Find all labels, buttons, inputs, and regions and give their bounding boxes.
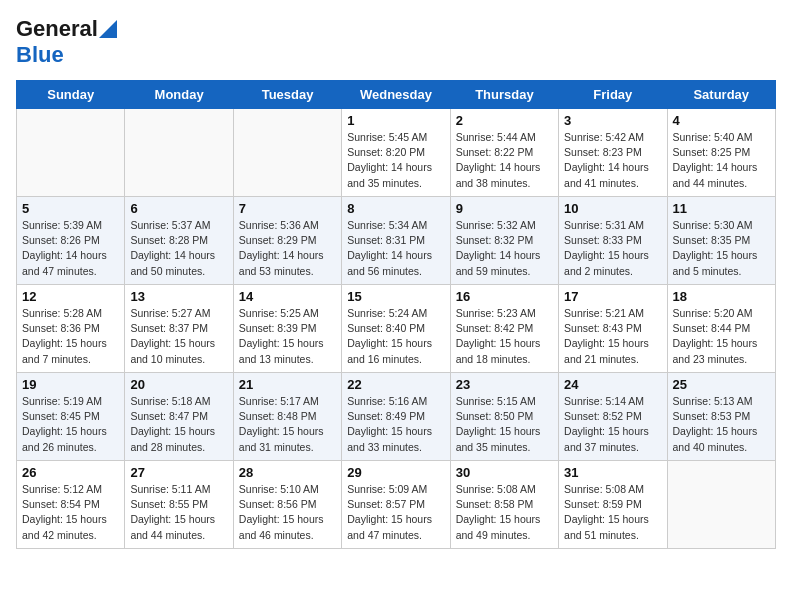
- cell-info-line: Sunrise: 5:18 AM: [130, 394, 227, 409]
- cell-info-line: Daylight: 15 hours: [564, 336, 661, 351]
- day-number: 21: [239, 377, 336, 392]
- cell-info-line: and 50 minutes.: [130, 264, 227, 279]
- day-number: 11: [673, 201, 770, 216]
- calendar-cell: [667, 461, 775, 549]
- cell-info-line: Sunrise: 5:28 AM: [22, 306, 119, 321]
- cell-info-line: Sunrise: 5:44 AM: [456, 130, 553, 145]
- cell-info-line: Sunrise: 5:40 AM: [673, 130, 770, 145]
- cell-info-line: Daylight: 14 hours: [22, 248, 119, 263]
- cell-info-line: Daylight: 14 hours: [673, 160, 770, 175]
- cell-info-line: Sunrise: 5:16 AM: [347, 394, 444, 409]
- cell-info-line: Daylight: 14 hours: [239, 248, 336, 263]
- cell-info-line: and 49 minutes.: [456, 528, 553, 543]
- calendar-cell: [17, 109, 125, 197]
- calendar-cell: [125, 109, 233, 197]
- cell-info-line: Sunset: 8:23 PM: [564, 145, 661, 160]
- cell-info-line: and 13 minutes.: [239, 352, 336, 367]
- calendar-cell: 5Sunrise: 5:39 AMSunset: 8:26 PMDaylight…: [17, 197, 125, 285]
- day-number: 16: [456, 289, 553, 304]
- calendar-cell: 21Sunrise: 5:17 AMSunset: 8:48 PMDayligh…: [233, 373, 341, 461]
- calendar-cell: 29Sunrise: 5:09 AMSunset: 8:57 PMDayligh…: [342, 461, 450, 549]
- cell-info-line: and 46 minutes.: [239, 528, 336, 543]
- cell-info-line: Sunrise: 5:31 AM: [564, 218, 661, 233]
- cell-info-line: Daylight: 15 hours: [564, 512, 661, 527]
- cell-info-line: Sunrise: 5:25 AM: [239, 306, 336, 321]
- weekday-header-monday: Monday: [125, 81, 233, 109]
- cell-info-line: and 31 minutes.: [239, 440, 336, 455]
- calendar-cell: 10Sunrise: 5:31 AMSunset: 8:33 PMDayligh…: [559, 197, 667, 285]
- logo-general: General: [16, 16, 98, 42]
- calendar-week-row: 12Sunrise: 5:28 AMSunset: 8:36 PMDayligh…: [17, 285, 776, 373]
- day-number: 14: [239, 289, 336, 304]
- day-number: 8: [347, 201, 444, 216]
- weekday-header-tuesday: Tuesday: [233, 81, 341, 109]
- day-number: 19: [22, 377, 119, 392]
- day-number: 24: [564, 377, 661, 392]
- cell-info-line: Sunrise: 5:30 AM: [673, 218, 770, 233]
- day-number: 22: [347, 377, 444, 392]
- cell-info-line: and 47 minutes.: [347, 528, 444, 543]
- calendar-week-row: 5Sunrise: 5:39 AMSunset: 8:26 PMDaylight…: [17, 197, 776, 285]
- calendar-cell: 26Sunrise: 5:12 AMSunset: 8:54 PMDayligh…: [17, 461, 125, 549]
- cell-info-line: and 33 minutes.: [347, 440, 444, 455]
- cell-info-line: Daylight: 14 hours: [564, 160, 661, 175]
- cell-info-line: Sunrise: 5:14 AM: [564, 394, 661, 409]
- calendar-week-row: 1Sunrise: 5:45 AMSunset: 8:20 PMDaylight…: [17, 109, 776, 197]
- calendar-cell: 22Sunrise: 5:16 AMSunset: 8:49 PMDayligh…: [342, 373, 450, 461]
- day-number: 2: [456, 113, 553, 128]
- cell-info-line: Sunrise: 5:34 AM: [347, 218, 444, 233]
- calendar-week-row: 26Sunrise: 5:12 AMSunset: 8:54 PMDayligh…: [17, 461, 776, 549]
- day-number: 18: [673, 289, 770, 304]
- cell-info-line: Sunset: 8:58 PM: [456, 497, 553, 512]
- svg-marker-0: [99, 20, 117, 38]
- cell-info-line: Sunrise: 5:11 AM: [130, 482, 227, 497]
- calendar-cell: 8Sunrise: 5:34 AMSunset: 8:31 PMDaylight…: [342, 197, 450, 285]
- cell-info-line: Sunset: 8:26 PM: [22, 233, 119, 248]
- cell-info-line: Sunrise: 5:09 AM: [347, 482, 444, 497]
- cell-info-line: Daylight: 15 hours: [22, 424, 119, 439]
- cell-info-line: Daylight: 15 hours: [130, 512, 227, 527]
- calendar-cell: 6Sunrise: 5:37 AMSunset: 8:28 PMDaylight…: [125, 197, 233, 285]
- day-number: 15: [347, 289, 444, 304]
- cell-info-line: Sunrise: 5:13 AM: [673, 394, 770, 409]
- cell-info-line: Sunset: 8:33 PM: [564, 233, 661, 248]
- calendar-cell: 25Sunrise: 5:13 AMSunset: 8:53 PMDayligh…: [667, 373, 775, 461]
- cell-info-line: Daylight: 15 hours: [347, 336, 444, 351]
- cell-info-line: Sunset: 8:45 PM: [22, 409, 119, 424]
- cell-info-line: Sunset: 8:55 PM: [130, 497, 227, 512]
- day-number: 23: [456, 377, 553, 392]
- cell-info-line: Sunrise: 5:20 AM: [673, 306, 770, 321]
- cell-info-line: Sunrise: 5:08 AM: [564, 482, 661, 497]
- day-number: 30: [456, 465, 553, 480]
- cell-info-line: Sunset: 8:56 PM: [239, 497, 336, 512]
- cell-info-line: Sunrise: 5:42 AM: [564, 130, 661, 145]
- day-number: 7: [239, 201, 336, 216]
- cell-info-line: Sunrise: 5:08 AM: [456, 482, 553, 497]
- cell-info-line: and 2 minutes.: [564, 264, 661, 279]
- cell-info-line: Sunrise: 5:17 AM: [239, 394, 336, 409]
- cell-info-line: Daylight: 15 hours: [130, 336, 227, 351]
- cell-info-line: and 53 minutes.: [239, 264, 336, 279]
- cell-info-line: Sunset: 8:50 PM: [456, 409, 553, 424]
- cell-info-line: Sunset: 8:47 PM: [130, 409, 227, 424]
- calendar-cell: 13Sunrise: 5:27 AMSunset: 8:37 PMDayligh…: [125, 285, 233, 373]
- cell-info-line: and 23 minutes.: [673, 352, 770, 367]
- cell-info-line: and 41 minutes.: [564, 176, 661, 191]
- cell-info-line: Daylight: 15 hours: [347, 424, 444, 439]
- logo: General Blue: [16, 16, 118, 68]
- day-number: 3: [564, 113, 661, 128]
- cell-info-line: and 37 minutes.: [564, 440, 661, 455]
- cell-info-line: Daylight: 15 hours: [22, 512, 119, 527]
- cell-info-line: Sunset: 8:52 PM: [564, 409, 661, 424]
- cell-info-line: Daylight: 15 hours: [239, 512, 336, 527]
- cell-info-line: Daylight: 15 hours: [673, 336, 770, 351]
- calendar-cell: 19Sunrise: 5:19 AMSunset: 8:45 PMDayligh…: [17, 373, 125, 461]
- cell-info-line: and 28 minutes.: [130, 440, 227, 455]
- calendar-week-row: 19Sunrise: 5:19 AMSunset: 8:45 PMDayligh…: [17, 373, 776, 461]
- cell-info-line: Daylight: 15 hours: [130, 424, 227, 439]
- cell-info-line: Sunrise: 5:27 AM: [130, 306, 227, 321]
- cell-info-line: Sunset: 8:22 PM: [456, 145, 553, 160]
- calendar-cell: 2Sunrise: 5:44 AMSunset: 8:22 PMDaylight…: [450, 109, 558, 197]
- logo-icon: [99, 20, 117, 38]
- cell-info-line: Sunrise: 5:12 AM: [22, 482, 119, 497]
